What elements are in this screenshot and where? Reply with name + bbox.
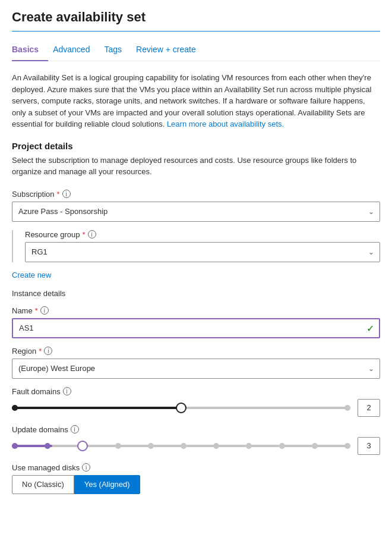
fault-dot-1: [12, 405, 18, 411]
region-info-icon[interactable]: i: [44, 347, 52, 355]
name-check-icon: ✓: [366, 322, 374, 334]
resource-group-required: *: [83, 230, 86, 239]
resource-group-info-icon[interactable]: i: [88, 230, 96, 238]
subscription-field-group: Subscription * i Azure Pass - Sponsorshi…: [12, 190, 380, 222]
update-domains-info-icon[interactable]: i: [71, 425, 79, 433]
update-domains-value: 3: [358, 437, 380, 455]
region-select-wrapper: (Europe) West Europe ⌄: [12, 359, 380, 379]
instance-details-label: Instance details: [12, 289, 380, 298]
description-text: An Availability Set is a logical groupin…: [12, 72, 380, 130]
name-label: Name * i: [12, 306, 380, 315]
region-field-group: Region * i (Europe) West Europe ⌄: [12, 347, 380, 379]
update-dot-7: [213, 443, 219, 449]
create-new-link[interactable]: Create new: [12, 271, 51, 279]
subscription-select-wrapper: Azure Pass - Sponsorship ⌄: [12, 202, 380, 222]
fault-domains-container: Fault domains i 2: [12, 387, 380, 417]
tab-basics[interactable]: Basics: [12, 40, 48, 61]
fault-dot-3: [344, 405, 350, 411]
update-dot-1: [12, 443, 18, 449]
subscription-required: *: [57, 190, 60, 199]
tab-bar: Basics Advanced Tags Review + create: [12, 40, 380, 61]
managed-disks-info-icon[interactable]: i: [82, 463, 90, 472]
managed-disks-no-button[interactable]: No (Classic): [12, 475, 74, 494]
managed-disks-yes-button[interactable]: Yes (Aligned): [74, 475, 140, 494]
subscription-label: Subscription * i: [12, 190, 380, 199]
name-input-wrapper: ✓: [12, 318, 380, 338]
name-required: *: [35, 306, 38, 315]
resource-group-indent: Resource group * i RG1 ⌄: [12, 230, 380, 262]
region-label: Region * i: [12, 347, 380, 356]
tab-review-create[interactable]: Review + create: [136, 40, 206, 61]
name-info-icon[interactable]: i: [40, 306, 49, 315]
name-input[interactable]: [12, 318, 380, 338]
update-domains-container: Update domains i 3: [12, 425, 380, 455]
resource-group-select[interactable]: RG1: [25, 242, 380, 262]
project-details-desc: Select the subscription to manage deploy…: [12, 155, 380, 178]
update-dot-2: [45, 443, 50, 449]
update-dot-8: [246, 443, 252, 449]
subscription-info-icon[interactable]: i: [62, 190, 71, 198]
update-dot-9: [279, 443, 285, 449]
tab-advanced[interactable]: Advanced: [53, 40, 99, 61]
update-dot-6: [181, 443, 186, 449]
region-required: *: [39, 347, 42, 356]
update-dot-4: [115, 443, 121, 449]
resource-group-field-group: Resource group * i RG1 ⌄: [25, 230, 380, 262]
fault-domains-slider-row: 2: [12, 399, 380, 417]
fault-domains-value: 2: [358, 399, 380, 417]
fault-domains-label: Fault domains i: [12, 387, 380, 396]
resource-group-select-wrapper: RG1 ⌄: [25, 242, 380, 262]
project-details-title: Project details: [12, 141, 380, 151]
subscription-select[interactable]: Azure Pass - Sponsorship: [12, 202, 380, 222]
update-domains-label: Update domains i: [12, 425, 380, 434]
learn-more-link[interactable]: Learn more about availability sets.: [167, 120, 284, 128]
managed-disks-label: Use managed disks i: [12, 463, 380, 472]
update-dot-10: [312, 443, 318, 449]
fault-slider-thumb[interactable]: [176, 403, 186, 413]
fault-domains-info-icon[interactable]: i: [63, 387, 71, 395]
tab-tags[interactable]: Tags: [104, 40, 131, 61]
name-field-group: Name * i ✓: [12, 306, 380, 338]
managed-disks-group: Use managed disks i No (Classic) Yes (Al…: [12, 463, 380, 494]
region-select[interactable]: (Europe) West Europe: [12, 359, 380, 379]
update-dot-5: [148, 443, 154, 449]
update-slider-thumb[interactable]: [77, 441, 88, 451]
update-dot-11: [344, 443, 350, 449]
managed-disks-toggle: No (Classic) Yes (Aligned): [12, 475, 380, 494]
page-title: Create availability set: [12, 10, 380, 32]
resource-group-label: Resource group * i: [25, 230, 380, 239]
update-domains-slider-row: 3: [12, 437, 380, 455]
